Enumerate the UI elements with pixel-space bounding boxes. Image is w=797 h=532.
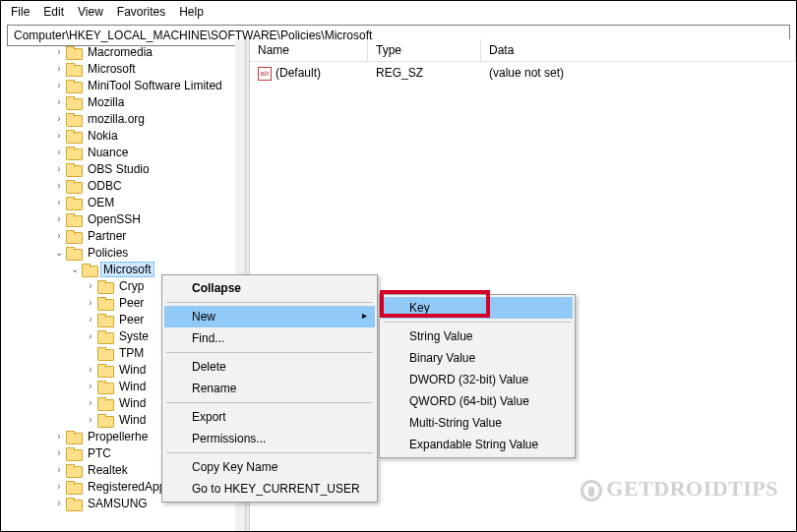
- tree-item-label: Propellerhe: [85, 430, 151, 443]
- tree-item-label: OEM: [85, 196, 117, 209]
- tree-item[interactable]: OEM: [1, 194, 245, 210]
- tree-item[interactable]: Microsoft: [1, 60, 245, 77]
- tree-item[interactable]: MiniTool Software Limited: [1, 77, 245, 93]
- tree-item-label: Partner: [85, 229, 129, 243]
- chevron-down-icon[interactable]: [52, 247, 66, 258]
- tree-item-label: Policies: [85, 246, 131, 260]
- folder-icon: [97, 397, 112, 409]
- folder-icon: [66, 80, 81, 91]
- menu-item[interactable]: DWORD (32-bit) Value: [382, 369, 573, 390]
- tree-item[interactable]: Policies: [1, 244, 245, 261]
- chevron-right-icon[interactable]: [84, 297, 97, 308]
- tree-item-label: TPM: [116, 346, 147, 360]
- menu-item[interactable]: String Value: [382, 325, 573, 347]
- folder-icon: [66, 498, 81, 509]
- chevron-right-icon[interactable]: [52, 464, 66, 475]
- chevron-right-icon[interactable]: [84, 330, 97, 341]
- menu-item[interactable]: Binary Value: [382, 347, 573, 369]
- menu-favorites[interactable]: Favorites: [111, 3, 171, 21]
- chevron-right-icon[interactable]: [52, 197, 66, 207]
- chevron-right-icon[interactable]: [84, 381, 97, 391]
- menu-item[interactable]: QWORD (64-bit) Value: [382, 390, 573, 412]
- tree-item[interactable]: mozilla.org: [1, 110, 245, 127]
- tree-item-label: Nuance: [85, 146, 131, 159]
- regsz-icon: [258, 67, 272, 81]
- menu-item[interactable]: Find...: [164, 327, 375, 349]
- menu-item[interactable]: Key: [382, 297, 573, 319]
- chevron-right-icon[interactable]: [52, 213, 66, 224]
- folder-icon: [97, 381, 112, 392]
- context-menu-new[interactable]: KeyString ValueBinary ValueDWORD (32-bit…: [379, 294, 576, 458]
- menu-item[interactable]: Expandable String Value: [382, 434, 573, 455]
- folder-icon: [66, 213, 81, 225]
- folder-icon: [66, 163, 81, 175]
- menu-item[interactable]: Delete: [164, 356, 375, 378]
- menu-separator: [166, 402, 373, 403]
- tree-item-label: Wind: [116, 380, 149, 393]
- menu-separator: [166, 302, 373, 303]
- chevron-right-icon[interactable]: [84, 364, 97, 375]
- chevron-right-icon[interactable]: [52, 96, 66, 107]
- tree-item[interactable]: Partner: [1, 227, 245, 244]
- folder-icon: [97, 297, 112, 309]
- menu-edit[interactable]: Edit: [37, 3, 70, 21]
- folder-icon: [97, 347, 112, 359]
- tree-item-label: Wind: [116, 413, 149, 427]
- tree-item[interactable]: OpenSSH: [1, 210, 245, 227]
- menu-item[interactable]: Export: [164, 406, 375, 428]
- tree-item-label: Nokia: [85, 129, 121, 143]
- menu-item[interactable]: New: [164, 306, 375, 327]
- chevron-right-icon[interactable]: [52, 130, 66, 141]
- menu-item[interactable]: Copy Key Name: [164, 456, 375, 478]
- folder-icon: [66, 431, 81, 443]
- chevron-right-icon[interactable]: [84, 397, 97, 408]
- menu-view[interactable]: View: [72, 3, 109, 21]
- value-data: (value not set): [481, 65, 796, 82]
- chevron-right-icon[interactable]: [52, 180, 66, 191]
- chevron-right-icon[interactable]: [52, 63, 66, 74]
- value-row[interactable]: (Default) REG_SZ (value not set): [250, 62, 796, 85]
- chevron-right-icon[interactable]: [84, 314, 97, 325]
- chevron-right-icon[interactable]: [84, 414, 97, 425]
- col-header-data[interactable]: Data: [481, 39, 796, 61]
- folder-icon: [97, 364, 112, 376]
- chevron-right-icon[interactable]: [52, 113, 66, 124]
- folder-icon: [66, 96, 81, 108]
- menu-item[interactable]: Rename: [164, 378, 375, 399]
- tree-item-label: Syste: [116, 329, 152, 343]
- chevron-right-icon[interactable]: [52, 447, 66, 458]
- tree-item[interactable]: ODBC: [1, 177, 245, 194]
- chevron-right-icon[interactable]: [52, 163, 66, 174]
- context-menu-key[interactable]: CollapseNewFind...DeleteRenameExportPerm…: [161, 274, 378, 502]
- tree-item[interactable]: Nokia: [1, 127, 245, 144]
- chevron-right-icon[interactable]: [52, 80, 66, 90]
- tree-item[interactable]: OBS Studio: [1, 160, 245, 177]
- chevron-right-icon[interactable]: [52, 481, 66, 492]
- chevron-right-icon[interactable]: [52, 431, 66, 442]
- tree-item-label: Wind: [116, 363, 149, 377]
- chevron-right-icon[interactable]: [52, 498, 66, 508]
- menu-item[interactable]: Collapse: [164, 277, 375, 299]
- menu-separator: [384, 322, 571, 323]
- chevron-right-icon[interactable]: [52, 147, 66, 157]
- menu-separator: [166, 452, 373, 453]
- chevron-right-icon[interactable]: [52, 46, 66, 57]
- col-header-name[interactable]: Name: [250, 39, 368, 61]
- menu-item[interactable]: Multi-String Value: [382, 412, 573, 434]
- chevron-down-icon[interactable]: [68, 264, 82, 274]
- chevron-right-icon[interactable]: [84, 280, 97, 291]
- chevron-right-icon[interactable]: [52, 230, 66, 241]
- menu-help[interactable]: Help: [173, 3, 210, 21]
- tree-item[interactable]: Macromedia: [1, 43, 245, 60]
- tree-item-label: Realtek: [85, 463, 131, 477]
- menu-item[interactable]: Go to HKEY_CURRENT_USER: [164, 478, 375, 500]
- tree-item-label: Peer: [116, 296, 147, 310]
- tree-item[interactable]: Nuance: [1, 144, 245, 160]
- folder-icon: [66, 197, 81, 208]
- menu-item[interactable]: Permissions...: [164, 428, 375, 449]
- folder-icon: [66, 230, 81, 242]
- menu-file[interactable]: File: [5, 3, 35, 21]
- tree-item[interactable]: Mozilla: [1, 93, 245, 110]
- col-header-type[interactable]: Type: [368, 39, 481, 61]
- folder-icon: [66, 113, 81, 125]
